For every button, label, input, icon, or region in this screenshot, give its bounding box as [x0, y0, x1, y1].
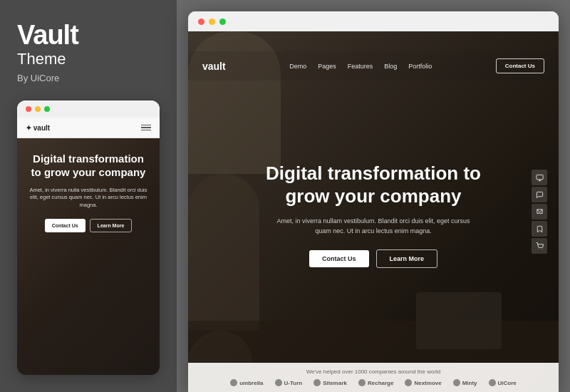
bookmark-icon: [536, 225, 544, 233]
desktop-brand-logos: umbrella U-Turn Sitemark Recharge Nextmo…: [230, 379, 517, 386]
sidebar-icon-message[interactable]: [532, 204, 547, 220]
desktop-contact-button[interactable]: Contact Us: [309, 250, 369, 267]
message-icon: [536, 208, 544, 216]
desktop-dot-green: [219, 19, 226, 25]
nav-link-blog[interactable]: Blog: [384, 63, 397, 70]
vault-title: Vault: [17, 21, 160, 48]
mobile-hamburger-icon[interactable]: [141, 125, 151, 131]
desktop-sidebar-icons: [532, 170, 547, 254]
mobile-mockup: ✦ vault Digital transformation to grow y…: [17, 100, 160, 375]
mobile-dot-red: [26, 106, 31, 112]
mobile-hero-buttons: Contact Us Learn More: [27, 219, 150, 232]
desktop-hero-buttons: Contact Us Learn More: [309, 249, 437, 268]
nav-link-portfolio[interactable]: Portfolio: [408, 63, 432, 70]
desktop-dot-yellow: [209, 19, 215, 25]
desktop-hero: vault Demo Pages Features Blog Portfolio…: [188, 31, 559, 392]
desktop-bottom-bar: We've helped over 1000 companies around …: [188, 363, 559, 392]
logo-recharge: Recharge: [358, 379, 393, 386]
monitor-icon: [536, 174, 544, 182]
desktop-learn-button[interactable]: Learn More: [376, 249, 438, 268]
logo-sitemark: Sitemark: [314, 379, 347, 386]
left-panel: Vault Theme By UiCore ✦ vault Digital tr…: [0, 0, 177, 392]
nav-link-demo[interactable]: Demo: [289, 63, 306, 70]
desktop-hero-title: Digital transformation to grow your comp…: [245, 163, 502, 207]
desktop-nav: vault Demo Pages Features Blog Portfolio…: [188, 51, 559, 81]
desktop-hero-description: Amet, in viverra nullam vestibulum. Blan…: [274, 216, 473, 237]
desktop-nav-logo: vault: [202, 61, 226, 72]
logo-nextmove: Nextmove: [405, 379, 441, 386]
sidebar-icon-monitor[interactable]: [532, 170, 547, 185]
by-uicore: By UiCore: [17, 73, 160, 83]
nav-link-pages[interactable]: Pages: [318, 63, 336, 70]
mobile-hero-description: Amet, in viverra nulla vestibulum. Bland…: [27, 187, 150, 210]
svg-rect-0: [536, 175, 542, 179]
sidebar-icon-chat[interactable]: [532, 187, 547, 202]
desktop-mockup: vault Demo Pages Features Blog Portfolio…: [188, 11, 559, 392]
svg-point-1: [538, 249, 539, 249]
mobile-dot-green: [44, 106, 50, 112]
mobile-hero: Digital transformation to grow your comp…: [17, 138, 160, 375]
sidebar-icon-cart[interactable]: [532, 238, 547, 254]
logo-uicore: UiCore: [489, 379, 517, 386]
logo-minty: Minty: [453, 379, 477, 386]
desktop-dot-red: [198, 19, 204, 25]
nav-link-features[interactable]: Features: [348, 63, 373, 70]
mobile-nav: ✦ vault: [17, 118, 160, 138]
logo-uturn: U-Turn: [275, 379, 303, 386]
mobile-top-bar: [17, 100, 160, 118]
svg-point-2: [542, 249, 542, 249]
desktop-nav-links: Demo Pages Features Blog Portfolio: [289, 63, 432, 70]
mobile-hero-title: Digital transformation to grow your comp…: [27, 153, 150, 180]
sidebar-icon-bookmark[interactable]: [532, 221, 547, 237]
mobile-contact-button[interactable]: Contact Us: [45, 219, 86, 232]
desktop-hero-content: Digital transformation to grow your comp…: [188, 31, 559, 392]
theme-label: Theme: [17, 50, 160, 68]
desktop-nav-contact-button[interactable]: Contact Us: [496, 58, 544, 73]
mobile-nav-logo: ✦ vault: [26, 123, 50, 132]
desktop-top-bar: [188, 11, 559, 31]
logo-umbrella: umbrella: [230, 379, 263, 386]
chat-icon: [536, 191, 544, 199]
mobile-hero-content: Digital transformation to grow your comp…: [27, 153, 150, 232]
mobile-dot-yellow: [35, 106, 41, 112]
cart-icon: [536, 242, 544, 250]
right-panel: vault Demo Pages Features Blog Portfolio…: [177, 0, 570, 392]
desktop-tagline: We've helped over 1000 companies around …: [306, 368, 441, 375]
mobile-learn-button[interactable]: Learn More: [90, 219, 133, 232]
